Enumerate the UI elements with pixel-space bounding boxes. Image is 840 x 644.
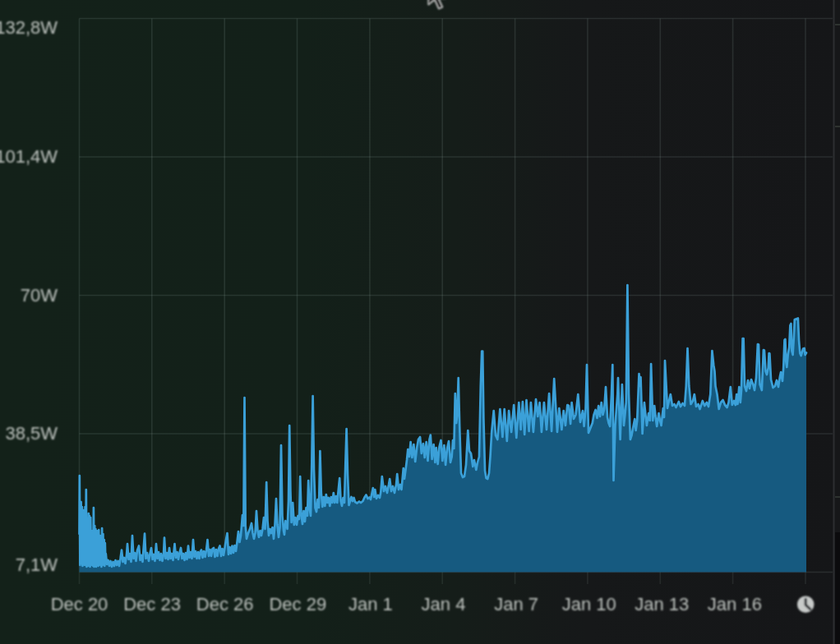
- svg-text:Jan 7: Jan 7: [494, 594, 538, 614]
- svg-text:Dec 26: Dec 26: [196, 594, 254, 614]
- svg-text:Dec 23: Dec 23: [123, 594, 181, 614]
- svg-text:7,1W: 7,1W: [16, 554, 58, 575]
- svg-text:38,5W: 38,5W: [5, 423, 58, 444]
- svg-text:Dec 20: Dec 20: [51, 594, 108, 614]
- svg-text:132,8W: 132,8W: [0, 17, 58, 38]
- svg-text:Jan 16: Jan 16: [708, 594, 762, 614]
- svg-text:Jan 4: Jan 4: [422, 594, 466, 614]
- svg-text:Dec 29: Dec 29: [269, 594, 326, 614]
- svg-text:70W: 70W: [21, 285, 58, 306]
- svg-text:Jan 13: Jan 13: [635, 594, 689, 614]
- svg-text:Jan 1: Jan 1: [348, 594, 393, 614]
- svg-text:101,4W: 101,4W: [0, 146, 58, 167]
- svg-text:Jan 10: Jan 10: [562, 594, 616, 614]
